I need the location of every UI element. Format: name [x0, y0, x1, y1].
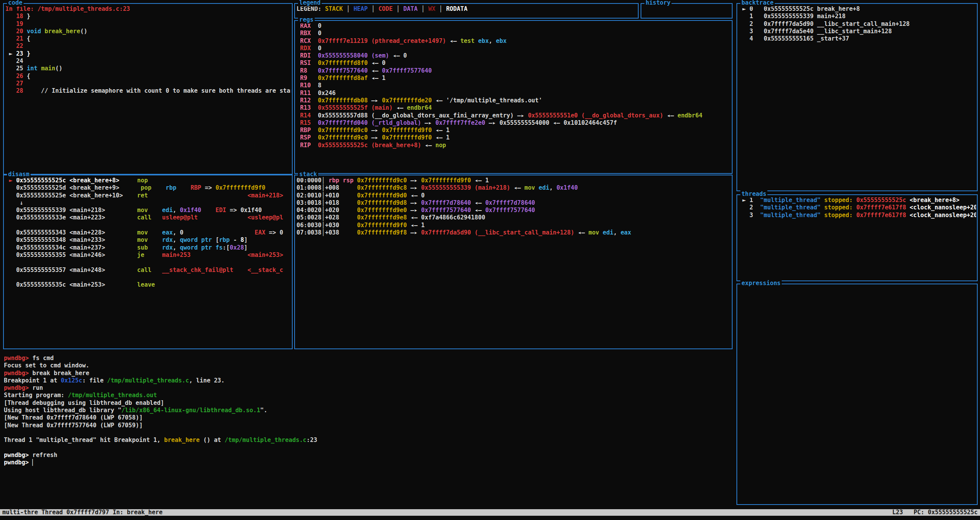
terminal-line: Breakpoint 1 at 0x125c: file /tmp/multip… [4, 377, 730, 384]
legend-line: LEGEND: STACK │ HEAP │ CODE │ DATA │ WX … [297, 5, 637, 13]
terminal-line: Thread 1 "multiple_thread" hit Breakpoin… [4, 437, 730, 444]
code-line: 20 void break_here() [5, 28, 291, 35]
terminal-line: Focus set to cmd window. [4, 362, 730, 369]
regs-panel: regs RAX 0 RBX 0 RCX 0x7ffff7e11219 (pth… [294, 20, 733, 174]
code-line: 21 { [5, 35, 291, 42]
threads-panel: threads ► 1 "multiple_thread" stopped: 0… [736, 194, 978, 281]
code-panel-body: In file: /tmp/multiple_threads.c:23 18 }… [4, 4, 292, 174]
stack-row: 04:0020│+020 0x7fffffffd9e0 —▸ 0x7ffff75… [297, 207, 731, 214]
disasm-panel-body: ► 0x55555555525c <break_here+8> nop 0x55… [4, 175, 292, 348]
disasm-line: 0x555555555357 <main+248> call __stack_c… [5, 267, 291, 274]
code-line: 25 int main() [5, 65, 291, 72]
register-row: R15 0x7ffff7ffd040 (_rtld_global) —▸ 0x7… [297, 119, 731, 127]
status-line-pc: L23 PC: 0x55555555525c [892, 509, 978, 516]
code-line: ► 23 } [5, 50, 291, 58]
disasm-panel: disasm ► 0x55555555525c <break_here+8> n… [3, 175, 293, 349]
register-row: R8 0x7ffff7577640 ◂— 0x7ffff7577640 [297, 67, 731, 75]
terminal-line: pwndbg> fs cmd [4, 355, 730, 362]
stack-row: 06:0030│+030 0x7fffffffd9f0 ◂— 1 [297, 222, 731, 229]
backtrace-panel-body: ► 0 0x55555555525c break_here+8 1 0x5555… [737, 4, 977, 190]
disasm-line [5, 274, 291, 281]
code-line: 19 [5, 20, 291, 28]
status-bar: multi-thre Thread 0x7ffff7d797 In: break… [0, 509, 980, 516]
disasm-line: ► 0x55555555525c <break_here+8> nop [5, 177, 291, 184]
pwndbg-screen: code In file: /tmp/multiple_threads.c:23… [0, 0, 980, 520]
legend-panel-title: legend [298, 0, 322, 7]
register-row: R10 8 [297, 82, 731, 89]
disasm-line: ↓ [5, 199, 291, 207]
register-row: R14 0x555555557d88 (__do_global_dtors_au… [297, 112, 731, 119]
stack-panel-body: 00:0000│ rbp rsp 0x7fffffffd9c0 —▸ 0x7ff… [295, 175, 732, 348]
register-row: RBP 0x7fffffffd9c0 —▸ 0x7fffffffd9f0 ◂— … [297, 127, 731, 134]
regs-panel-title: regs [298, 16, 315, 24]
history-panel: history [←][→] [641, 3, 733, 19]
register-row: RDI 0x555555558040 (sem) ◂— 0 [297, 52, 731, 59]
disasm-panel-title: disasm [7, 171, 31, 178]
register-row: RDX 0 [297, 45, 731, 52]
stack-row: 02:0010│+010 0x7fffffffd9d0 ◂— 0 [297, 192, 731, 199]
backtrace-frame: 1 0x555555555339 main+218 [739, 13, 976, 20]
disasm-line: 0x55555555525d <break_here+9> pop rbp RB… [5, 184, 291, 192]
disasm-line: 0x55555555533e <main+223> call usleep@pl… [5, 214, 291, 221]
terminal-line [4, 444, 730, 452]
terminal-line: [New Thread 0x7ffff7d78640 (LWP 67058)] [4, 414, 730, 421]
disasm-line [5, 259, 291, 266]
register-row: R13 0x55555555525f (main) ◂— endbr64 [297, 104, 731, 112]
terminal-line [4, 429, 730, 437]
disasm-line: 0x55555555535c <main+253> leave [5, 281, 291, 289]
code-panel: code In file: /tmp/multiple_threads.c:23… [3, 3, 293, 175]
code-line: 18 } [5, 13, 291, 20]
threads-panel-title: threads [740, 190, 767, 198]
register-row: R12 0x7fffffffdb08 —▸ 0x7fffffffde20 ◂— … [297, 97, 731, 104]
backtrace-frame: 3 0x7ffff7da5e40 __libc_start_main+128 [739, 28, 976, 35]
expressions-panel-title: expressions [740, 280, 782, 287]
register-row: RSI 0x7fffffffd8f0 ◂— 0 [297, 59, 731, 67]
stack-row: 03:0018│+018 0x7fffffffd9d8 —▸ 0x7ffff7d… [297, 199, 731, 207]
register-row: RBX 0 [297, 30, 731, 37]
register-row: R11 0x246 [297, 90, 731, 97]
disasm-line: 0x55555555525e <break_here+10> ret <main… [5, 192, 291, 199]
legend-panel-body: LEGEND: STACK │ HEAP │ CODE │ DATA │ WX … [295, 4, 638, 18]
code-line: 27 [5, 80, 291, 87]
code-panel-title: code [7, 0, 24, 7]
disasm-line: 0x555555555343 <main+228> mov eax, 0 EAX… [5, 229, 291, 236]
terminal-line: pwndbg> run [4, 384, 730, 392]
code-line: In file: /tmp/multiple_threads.c:23 [5, 5, 291, 13]
disasm-line [5, 222, 291, 229]
terminal-line: Using host libthread_db library "/lib/x8… [4, 407, 730, 414]
terminal-line: [Thread debugging using libthread_db ena… [4, 399, 730, 407]
terminal-line: [New Thread 0x7ffff7577640 (LWP 67059)] [4, 422, 730, 429]
backtrace-frame: 2 0x7ffff7da5d90 __libc_start_call_main+… [739, 20, 976, 28]
register-row: RAX 0 [297, 22, 731, 30]
terminal-line: pwndbg> ▏ [4, 459, 730, 466]
stack-panel: stack 00:0000│ rbp rsp 0x7fffffffd9c0 —▸… [294, 175, 733, 349]
backtrace-frame: 4 0x555555555165 _start+37 [739, 35, 976, 42]
thread-row: 2 "multiple_thread" stopped: 0x7ffff7e61… [739, 204, 976, 211]
register-row: R9 0x7fffffffd8af ◂— 1 [297, 75, 731, 82]
backtrace-panel: backtrace ► 0 0x55555555525c break_here+… [736, 3, 978, 191]
thread-row: ► 1 "multiple_thread" stopped: 0x5555555… [739, 197, 976, 204]
expressions-panel: expressions [736, 284, 978, 505]
stack-row: 07:0038│+038 0x7fffffffd9f8 —▸ 0x7ffff7d… [297, 229, 731, 236]
code-line: 26 { [5, 73, 291, 80]
disasm-line: 0x55555555534c <main+237> sub rdx, qword… [5, 244, 291, 252]
stack-row: 05:0028│+028 0x7fffffffd9e8 ◂— 0xf7a4866… [297, 214, 731, 221]
status-thread-info: multi-thre Thread 0x7ffff7d797 In: break… [2, 509, 162, 516]
cmd-window[interactable]: pwndbg> fs cmdFocus set to cmd window.pw… [3, 352, 730, 507]
code-line: 22 [5, 42, 291, 50]
code-line: 24 [5, 58, 291, 65]
threads-panel-body: ► 1 "multiple_thread" stopped: 0x5555555… [737, 195, 977, 280]
register-row: RCX 0x7ffff7e11219 (pthread_create+1497)… [297, 37, 731, 45]
expressions-panel-body [737, 284, 977, 504]
terminal-line: pwndbg> break break_here [4, 370, 730, 377]
stack-row: 00:0000│ rbp rsp 0x7fffffffd9c0 —▸ 0x7ff… [297, 177, 731, 184]
terminal-line: Starting program: /tmp/multiple_threads.… [4, 392, 730, 399]
register-row: RSP 0x7fffffffd9c0 —▸ 0x7fffffffd9f0 ◂— … [297, 134, 731, 141]
stack-panel-title: stack [298, 171, 318, 178]
disasm-line: 0x555555555348 <main+233> mov rdx, qword… [5, 236, 291, 244]
code-line: 28 // Initialize semaphore with count 0 … [5, 87, 291, 95]
disasm-line: 0x555555555339 <main+218> mov edi, 0x1f4… [5, 207, 291, 214]
thread-row: 3 "multiple_thread" stopped: 0x7ffff7e61… [739, 212, 976, 219]
disasm-line: 0x555555555355 <main+246> je main+253 <m… [5, 252, 291, 259]
regs-panel-body: RAX 0 RBX 0 RCX 0x7ffff7e11219 (pthread_… [295, 21, 732, 173]
